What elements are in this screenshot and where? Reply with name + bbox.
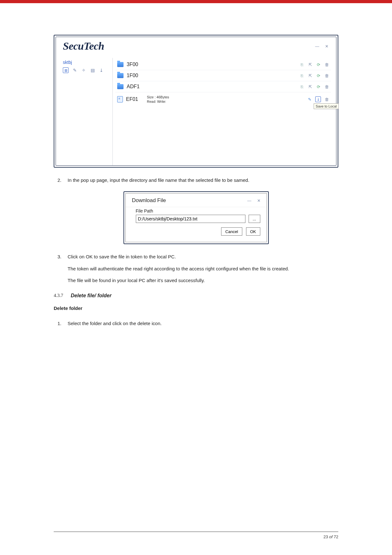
export-icon[interactable]: ⇱	[308, 73, 313, 78]
copy-icon[interactable]: ⎘	[299, 73, 305, 78]
instruction-list: 2. In the pop up page, input the directo…	[57, 176, 338, 184]
folder-icon	[117, 62, 124, 67]
close-icon[interactable]: ✕	[256, 198, 262, 203]
dialog-window-controls: — ✕	[247, 197, 261, 204]
folder-icon	[117, 73, 124, 78]
app-body: sktbj ▥ ✎ ✧ ▤ ⤓ 3F00	[56, 58, 336, 165]
refresh-icon[interactable]: ⟳	[316, 73, 321, 78]
section-title: Delete file/ folder	[71, 293, 112, 299]
file-icon	[117, 96, 123, 102]
folder-icon	[117, 84, 124, 89]
row-name: 3F00	[127, 62, 144, 67]
close-icon[interactable]: ✕	[324, 44, 329, 49]
row-name: 1F00	[127, 73, 144, 78]
section-number: 4.3.7	[54, 293, 63, 299]
instruction-list: 3. Click on OK to save the file in token…	[57, 253, 338, 260]
copy-icon[interactable]: ⎘	[299, 62, 305, 67]
step-text: Select the folder and click on the delet…	[68, 320, 338, 327]
row-actions: ⎘ ⇱ ⟳ 🗑	[299, 84, 329, 89]
minimize-icon[interactable]: —	[315, 44, 320, 49]
app-brand: SecuTech	[63, 40, 104, 52]
instruction-paragraph: The token will authenticate the read rig…	[68, 265, 338, 272]
filepath-label: File Path	[136, 208, 260, 213]
file-perms: Read: Write:	[147, 99, 169, 104]
row-name: ADF1	[127, 84, 144, 89]
list-row-file[interactable]: EF01 Size : 46Bytes Read: Write: ✎ ⤓ 🗑 S…	[115, 92, 331, 107]
minimize-icon[interactable]: —	[247, 198, 252, 203]
chip-glyph: ▥	[64, 69, 67, 72]
sidebar-device-label[interactable]: sktbj	[63, 60, 109, 65]
refresh-icon[interactable]: ⟳	[316, 62, 321, 67]
app-window-inner: SecuTech — ✕ sktbj ▥ ✎ ✧ ▤ ⤓	[56, 37, 336, 166]
window-controls: — ✕	[315, 44, 329, 49]
save-tooltip: Save to Local	[314, 103, 339, 109]
toolbar-doc-icon[interactable]: ▤	[90, 68, 95, 73]
edit-icon[interactable]: ✎	[307, 97, 312, 102]
download-dialog: Download File — ✕ File Path ... Cancel	[125, 193, 267, 242]
export-icon[interactable]: ⇱	[308, 62, 313, 67]
list-row-folder[interactable]: 3F00 ⎘ ⇱ ⟳ 🗑	[115, 59, 331, 70]
instruction-item: 1. Select the folder and click on the de…	[57, 320, 338, 327]
instruction-item: 2. In the pop up page, input the directo…	[57, 176, 338, 184]
sidebar: sktbj ▥ ✎ ✧ ▤ ⤓	[56, 58, 113, 165]
trash-icon[interactable]: 🗑	[324, 62, 329, 67]
filepath-input[interactable]	[136, 215, 245, 223]
page-accent-bar	[0, 0, 392, 3]
copy-icon[interactable]: ⎘	[299, 84, 305, 89]
list-row-folder[interactable]: ADF1 ⎘ ⇱ ⟳ 🗑	[115, 81, 331, 92]
dialog-titlebar: Download File — ✕	[126, 194, 267, 207]
instruction-list: 1. Select the folder and click on the de…	[57, 320, 338, 327]
trash-icon[interactable]: 🗑	[324, 73, 329, 78]
instruction-item: 3. Click on OK to save the file in token…	[57, 253, 338, 260]
app-titlebar: SecuTech — ✕	[56, 37, 336, 58]
instruction-paragraph: The file will be found in your local PC …	[68, 277, 338, 284]
step-number: 2.	[57, 176, 68, 184]
dialog-actions: Cancel OK	[136, 227, 260, 236]
step-number: 1.	[57, 320, 68, 327]
save-to-local-icon[interactable]: ⤓	[315, 96, 321, 102]
trash-icon[interactable]: 🗑	[324, 84, 329, 89]
step-number: 3.	[57, 253, 68, 260]
step-text: Click on OK to save the file in token to…	[68, 253, 338, 260]
row-actions: ✎ ⤓ 🗑 Save to Local	[307, 96, 329, 102]
toolbar-key-icon[interactable]: ✎	[72, 68, 77, 73]
filepath-row: ...	[136, 215, 260, 223]
app-window-frame: SecuTech — ✕ sktbj ▥ ✎ ✧ ▤ ⤓	[54, 35, 338, 168]
export-icon[interactable]: ⇱	[308, 84, 313, 89]
row-name: EF01	[126, 96, 144, 102]
list-row-folder[interactable]: 1F00 ⎘ ⇱ ⟳ 🗑	[115, 70, 331, 81]
subsection-heading: Delete folder	[54, 305, 338, 311]
browse-button[interactable]: ...	[249, 215, 260, 223]
row-actions: ⎘ ⇱ ⟳ 🗑	[299, 73, 329, 78]
file-list: 3F00 ⎘ ⇱ ⟳ 🗑 1F00	[113, 58, 336, 165]
toolbar-download-icon[interactable]: ⤓	[99, 68, 104, 73]
page-footer: 23 of 72	[54, 532, 338, 539]
page-content: SecuTech — ✕ sktbj ▥ ✎ ✧ ▤ ⤓	[0, 3, 392, 348]
ok-button[interactable]: OK	[246, 227, 260, 236]
file-size: Size : 46Bytes	[147, 95, 169, 99]
dialog-frame: Download File — ✕ File Path ... Cancel	[124, 191, 269, 244]
cancel-button[interactable]: Cancel	[221, 227, 242, 236]
toolbar-chip-icon[interactable]: ▥	[63, 67, 69, 73]
page-of: of	[329, 534, 334, 539]
row-actions: ⎘ ⇱ ⟳ 🗑	[299, 62, 329, 67]
dialog-body: File Path ... Cancel OK	[126, 207, 267, 242]
step-text: In the pop up page, input the directory …	[68, 176, 338, 184]
dialog-title-text: Download File	[132, 197, 166, 204]
trash-icon[interactable]: 🗑	[324, 97, 329, 102]
toolbar-key2-icon[interactable]: ✧	[81, 68, 86, 73]
row-meta: Size : 46Bytes Read: Write:	[147, 95, 169, 104]
section-heading: 4.3.7 Delete file/ folder	[54, 293, 338, 299]
page-total: 72	[334, 534, 338, 539]
page-number: 23	[323, 534, 329, 539]
refresh-icon[interactable]: ⟳	[316, 84, 321, 89]
sidebar-toolbar: ▥ ✎ ✧ ▤ ⤓	[63, 67, 109, 73]
